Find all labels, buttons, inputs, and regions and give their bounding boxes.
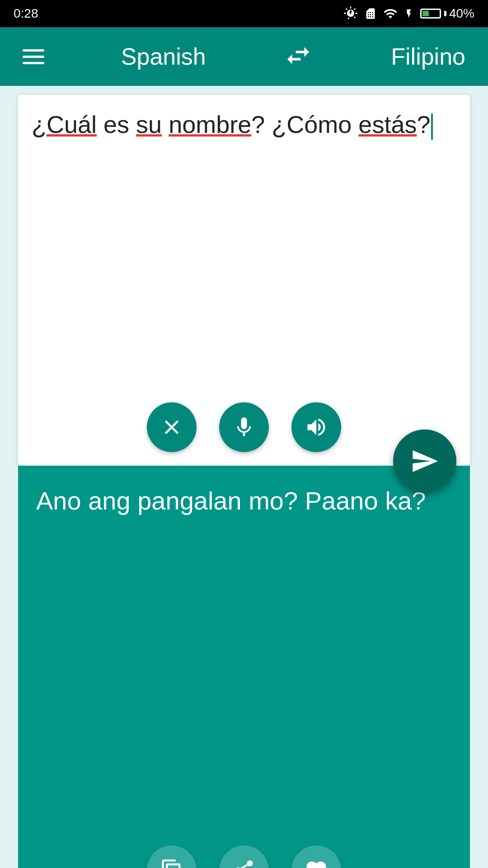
text-cursor: [431, 113, 433, 140]
copy-icon: [160, 859, 183, 868]
input-section: ¿Cuál es su nombre? ¿Cómo estás?: [18, 95, 470, 466]
time: 0:28: [14, 6, 38, 21]
sim-icon: [364, 6, 377, 21]
favorite-button[interactable]: [291, 845, 341, 868]
word-estas: estás: [358, 111, 417, 138]
target-language[interactable]: Filipino: [391, 43, 465, 70]
word-su: su: [136, 111, 162, 138]
battery-indicator: 40%: [420, 6, 474, 21]
clear-icon: [160, 415, 183, 439]
status-bar: 0:28 40%: [0, 0, 488, 27]
battery-percent: 40%: [449, 6, 474, 21]
output-section: Ano ang pangalan mo? Paano ka?: [18, 466, 470, 868]
speaker-button[interactable]: [291, 402, 341, 452]
share-icon: [232, 859, 256, 868]
input-actions: [147, 402, 341, 452]
word-cual: Cuál: [47, 111, 97, 138]
microphone-icon: [232, 415, 256, 439]
translate-button[interactable]: [393, 429, 456, 493]
charging-icon: [404, 6, 414, 21]
signal-icon: [383, 6, 398, 21]
input-text[interactable]: ¿Cuál es su nombre? ¿Cómo estás?: [32, 108, 456, 140]
microphone-button[interactable]: [219, 402, 269, 452]
status-icons: 40%: [343, 6, 474, 21]
output-text: Ano ang pangalan mo? Paano ka?: [36, 484, 452, 518]
swap-languages-button[interactable]: [282, 41, 314, 72]
word-nombre: nombre: [169, 111, 251, 138]
speaker-icon: [305, 415, 328, 439]
favorite-icon: [305, 859, 328, 868]
output-actions: [147, 845, 341, 868]
swap-icon: [284, 41, 313, 72]
send-icon: [410, 447, 439, 476]
header: Spanish Filipino: [0, 27, 488, 86]
copy-button[interactable]: [147, 845, 197, 868]
share-button[interactable]: [219, 845, 269, 868]
source-language[interactable]: Spanish: [121, 43, 206, 70]
clear-button[interactable]: [147, 402, 197, 452]
menu-button[interactable]: [23, 49, 44, 64]
alarm-icon: [343, 6, 358, 21]
